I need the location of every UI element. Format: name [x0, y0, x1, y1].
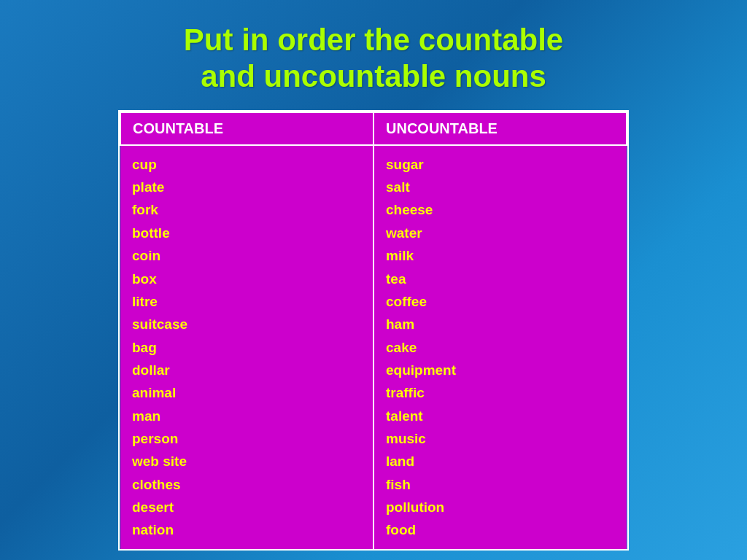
- nouns-table: COUNTABLE UNCOUNTABLE cupplateforkbottle…: [118, 110, 629, 551]
- uncountable-header: UNCOUNTABLE: [374, 112, 627, 145]
- countable-header: COUNTABLE: [120, 112, 374, 145]
- page-title: Put in order the countable and uncountab…: [184, 22, 563, 96]
- countable-words: cupplateforkbottlecoinboxlitresuitcaseba…: [120, 145, 374, 549]
- uncountable-words: sugarsaltcheesewatermilkteacoffeehamcake…: [374, 145, 627, 549]
